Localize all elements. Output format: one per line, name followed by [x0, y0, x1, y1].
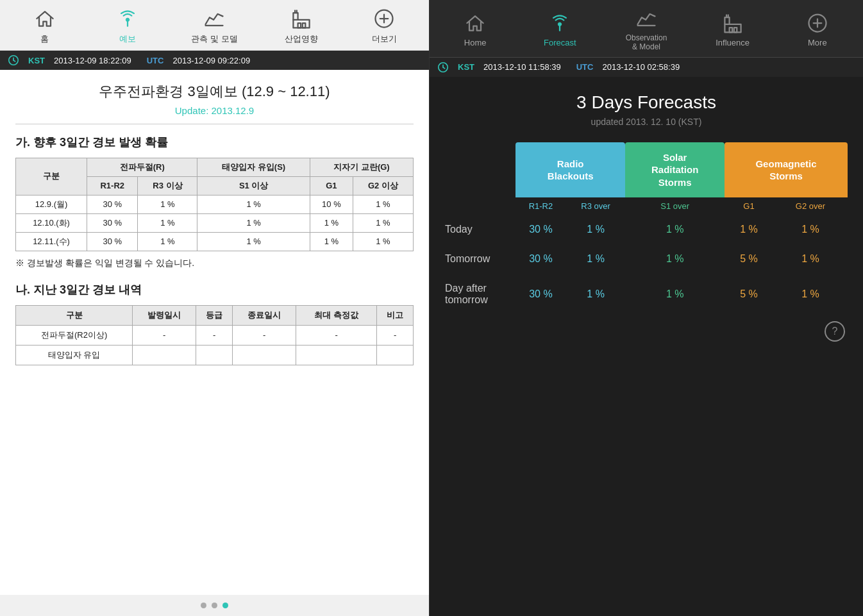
dayafter-g2: 1 % [773, 274, 848, 315]
hist-type-2: 태양입자 유입 [16, 345, 133, 365]
hist-level-1: - [196, 325, 233, 345]
divider-left [15, 124, 414, 124]
factory-icon-left [289, 6, 314, 31]
hist-note-2 [377, 345, 414, 365]
sub-g2: G2 over [773, 197, 848, 215]
nav-label-observation-right: Observation& Model [626, 33, 667, 52]
nav-label-forecast-right: Forecast [544, 38, 576, 47]
r3-3: 1 % [138, 232, 197, 251]
table-row: 12.11.(수) 30 % 1 % 1 % 1 % 1 % [16, 232, 414, 251]
dots-bar [0, 595, 429, 616]
hist-max-1: - [296, 325, 377, 345]
forecast-note: ※ 경보발생 확률은 익일 변경될 수 있습니다. [15, 258, 414, 269]
date-1: 12.9.(월) [16, 195, 87, 213]
nav-observation-left[interactable]: 관측 및 모델 [191, 6, 237, 45]
forecast-title-en: 3 Days Forecasts [445, 92, 848, 113]
nav-observation-right[interactable]: Observation& Model [626, 6, 667, 52]
nav-home-left[interactable]: 홈 [26, 6, 64, 45]
forecast-table: 구분 전파두절(R) 태양입자 유입(S) 지자기 교란(G) R1-R2 R3… [15, 158, 414, 251]
g2-3: 1 % [353, 232, 413, 251]
plus-icon-right [805, 11, 830, 35]
kst-label-right: KST [458, 62, 474, 72]
nav-influence-right[interactable]: Influence [714, 11, 752, 47]
dot-3[interactable] [222, 603, 228, 608]
nav-more-right[interactable]: More [798, 11, 837, 47]
nav-home-right[interactable]: Home [456, 11, 494, 47]
clock-icon-left [8, 54, 19, 66]
hist-row: 전파두절(R2이상) - - - - - [16, 325, 414, 345]
dot-1[interactable] [201, 603, 206, 608]
signal-icon-right [548, 11, 572, 35]
left-content: 우주전파환경 3일예보 (12.9 ~ 12.11) Update: 2013.… [0, 70, 429, 595]
svg-rect-20 [729, 28, 732, 32]
history-table: 구분 발령일시 등급 종료일시 최대 측정값 비고 전파두절(R2이상) - -… [15, 305, 414, 365]
sub-r3: R3 over [566, 197, 626, 215]
hist-col-type: 구분 [16, 305, 133, 325]
hist-max-2 [296, 345, 377, 365]
sub-r1r2: R1-R2 [515, 197, 566, 215]
nav-label-forecast-left: 예보 [119, 33, 136, 45]
left-panel: 홈 예보 관측 및 모델 [0, 0, 430, 616]
col-g1: G1 [310, 176, 353, 195]
left-title: 우주전파환경 3일예보 (12.9 ~ 12.11) [15, 83, 414, 101]
svg-rect-21 [733, 28, 737, 32]
tomorrow-g1: 5 % [725, 244, 773, 274]
help-button[interactable]: ? [825, 321, 845, 342]
table-row: 12.10.(화) 30 % 1 % 1 % 1 % 1 % [16, 213, 414, 232]
col-solar-header: SolarRaditationStorms [625, 142, 725, 198]
hist-end-1: - [233, 325, 296, 345]
svg-rect-7 [303, 23, 306, 28]
section1-title: 가. 향후 3일간 경보 발생 확률 [15, 135, 414, 150]
row-label-dayafter: Day aftertomorrow [445, 274, 515, 315]
svg-line-27 [443, 67, 445, 69]
right-nav-bar: Home Forecast Observation& Model [430, 0, 863, 58]
col-gubun: 구분 [16, 158, 87, 195]
nav-more-left[interactable]: 더보기 [365, 6, 403, 45]
data-row-today: Today 30 % 1 % 1 % 1 % 1 % [445, 215, 848, 244]
today-s1: 1 % [625, 215, 725, 244]
signal-icon-left [115, 6, 140, 31]
hist-note-1: - [377, 325, 414, 345]
factory-icon-right [721, 11, 745, 35]
hist-col-level: 등급 [196, 305, 233, 325]
nav-label-more-right: More [808, 38, 827, 47]
col-g2: G2 이상 [353, 176, 413, 195]
nav-label-home-right: Home [464, 38, 487, 47]
g1-1: 10 % [310, 195, 353, 213]
plus-icon-left [372, 6, 396, 31]
s1-3: 1 % [197, 232, 310, 251]
utc-label-left: UTC [147, 56, 164, 65]
sub-s1: S1 over [625, 197, 725, 215]
dayafter-s1: 1 % [625, 274, 725, 315]
chart-icon-left [202, 6, 226, 31]
g1-3: 1 % [310, 232, 353, 251]
hist-end-2 [233, 345, 296, 365]
dayafter-r3: 1 % [566, 274, 626, 315]
nav-industry-left[interactable]: 산업영향 [282, 6, 321, 45]
home-icon-right [463, 11, 487, 35]
data-row-tomorrow: Tomorrow 30 % 1 % 1 % 5 % 1 % [445, 244, 848, 274]
col-r1r2: R1-R2 [87, 176, 138, 195]
kst-time-right: 2013-12-10 11:58:39 [483, 62, 561, 72]
g2-2: 1 % [353, 213, 413, 232]
chart-icon-right [634, 6, 658, 31]
tomorrow-g2: 1 % [773, 244, 848, 274]
hist-issued-2 [133, 345, 196, 365]
col-solar: 태양입자 유입(S) [197, 158, 310, 176]
hist-col-issued: 발령일시 [133, 305, 196, 325]
nav-forecast-left[interactable]: 예보 [108, 6, 147, 45]
svg-line-13 [13, 60, 15, 62]
right-panel: Home Forecast Observation& Model [430, 0, 863, 616]
dayafter-g1: 5 % [725, 274, 773, 315]
g2-1: 1 % [353, 195, 413, 213]
home-icon-left [33, 6, 57, 31]
data-row-dayafter: Day aftertomorrow 30 % 1 % 1 % 5 % 1 % [445, 274, 848, 315]
dot-2[interactable] [212, 603, 217, 608]
hist-col-max: 최대 측정값 [296, 305, 377, 325]
nav-label-more-left: 더보기 [372, 33, 397, 45]
col-s1: S1 이상 [197, 176, 310, 195]
row-label-tomorrow: Tomorrow [445, 244, 515, 274]
today-r3: 1 % [566, 215, 626, 244]
nav-forecast-right[interactable]: Forecast [540, 11, 579, 47]
left-nav-bar: 홈 예보 관측 및 모델 [0, 0, 429, 51]
